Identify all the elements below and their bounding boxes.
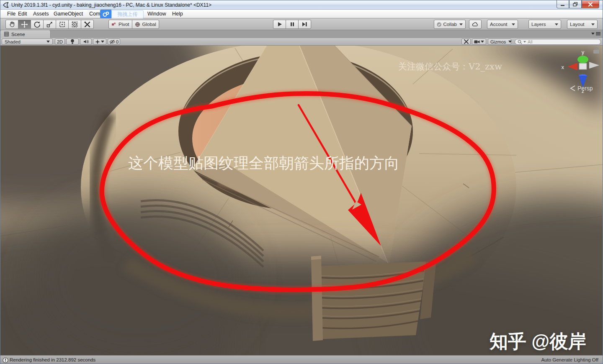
menu-edit[interactable]: Edit bbox=[18, 11, 27, 17]
menu-gameobject[interactable]: GameObject bbox=[54, 11, 83, 17]
tab-bar: Scene bbox=[0, 30, 603, 38]
netdisk-upload-overlay[interactable]: 拖拽上传 bbox=[100, 10, 144, 18]
pause-button[interactable] bbox=[286, 20, 299, 29]
netdisk-icon bbox=[100, 10, 111, 18]
scene-view-toolbar: Shaded 2D bbox=[0, 38, 603, 46]
unity-window: Unity 2019.1.3f1 - cyd.unity - baking_ji… bbox=[0, 0, 603, 364]
axis-x-label: x bbox=[562, 64, 564, 70]
2d-label: 2D bbox=[57, 39, 63, 44]
lighting-status[interactable]: Auto Generate Lighting Off bbox=[541, 357, 598, 362]
move-icon bbox=[21, 21, 28, 28]
rect-tool-button[interactable] bbox=[56, 20, 69, 29]
watermark-wechat: 关注微信公众号：V2_zxw bbox=[398, 61, 502, 72]
tab-options-button[interactable] bbox=[591, 32, 600, 36]
rotate-icon bbox=[34, 21, 41, 28]
chevron-down-icon bbox=[46, 41, 50, 43]
rotate-tool-button[interactable] bbox=[31, 20, 44, 29]
search-input[interactable] bbox=[528, 39, 595, 44]
layout-dropdown[interactable]: Layout bbox=[567, 20, 598, 29]
chevron-down-icon bbox=[508, 41, 512, 43]
global-label: Global bbox=[142, 22, 156, 27]
title-bar[interactable]: Unity 2019.1.3f1 - cyd.unity - baking_ji… bbox=[0, 0, 603, 10]
axis-y-label: y bbox=[582, 49, 585, 55]
chevron-down-icon bbox=[512, 23, 515, 26]
info-icon bbox=[3, 357, 8, 363]
pivot-label: Pivot bbox=[119, 22, 129, 27]
minimize-button[interactable] bbox=[557, 0, 569, 8]
close-button[interactable] bbox=[582, 0, 599, 8]
collab-check-icon bbox=[437, 22, 441, 27]
layers-label: Layers bbox=[531, 22, 546, 27]
scene-render: y x z Persp bbox=[0, 46, 603, 355]
pause-icon bbox=[290, 22, 295, 27]
gizmos-dropdown[interactable]: Gizmos bbox=[488, 38, 511, 45]
scale-tool-button[interactable] bbox=[43, 20, 56, 29]
scene-audio-button[interactable] bbox=[80, 38, 92, 45]
collab-dropdown[interactable]: Collab bbox=[434, 20, 466, 29]
annotation-text: 这个模型贴图纹理全部朝箭头所指的方向 bbox=[128, 153, 399, 174]
scene-lighting-button[interactable] bbox=[66, 38, 79, 45]
pivot-toggle-button[interactable]: Pivot bbox=[108, 20, 132, 29]
scene-grid-icon bbox=[4, 32, 9, 36]
restore-button[interactable] bbox=[569, 0, 582, 8]
collab-label: Collab bbox=[443, 22, 457, 27]
step-icon bbox=[302, 22, 307, 27]
close-icon bbox=[588, 2, 593, 7]
hand-icon bbox=[9, 21, 15, 28]
menu-help[interactable]: Help bbox=[172, 11, 183, 17]
scene-effects-dropdown[interactable] bbox=[93, 38, 106, 45]
shading-mode-dropdown[interactable]: Shaded bbox=[2, 38, 53, 45]
cloud-icon bbox=[472, 22, 479, 27]
scene-tab-label: Scene bbox=[11, 32, 25, 37]
layers-dropdown[interactable]: Layers bbox=[528, 20, 561, 29]
hidden-count: 0 bbox=[116, 39, 119, 44]
chevron-down-icon bbox=[523, 41, 526, 43]
layout-label: Layout bbox=[570, 22, 585, 27]
scene-tools-button[interactable] bbox=[461, 38, 471, 45]
tab-scene[interactable]: Scene bbox=[0, 30, 51, 38]
hand-tool-button[interactable] bbox=[5, 20, 18, 29]
wrench-icon bbox=[84, 21, 91, 28]
play-icon bbox=[277, 22, 282, 27]
rect-tool-icon bbox=[59, 21, 66, 28]
menu-window[interactable]: Window bbox=[147, 11, 166, 17]
scene-search-field[interactable] bbox=[515, 39, 601, 45]
watermark-zhihu: 知乎 @彼岸 bbox=[490, 329, 586, 354]
move-tool-button[interactable] bbox=[18, 20, 31, 29]
global-toggle-button[interactable]: Global bbox=[132, 20, 159, 29]
menu-file[interactable]: File bbox=[7, 11, 15, 17]
chevron-down-icon bbox=[101, 41, 104, 43]
lightbulb-icon bbox=[70, 39, 75, 44]
scene-camera-dropdown[interactable] bbox=[472, 38, 486, 45]
y-axis-cone-top bbox=[577, 56, 588, 63]
transform-tool-icon bbox=[71, 21, 78, 28]
scale-icon bbox=[46, 21, 53, 28]
hidden-objects-button[interactable]: 0 bbox=[108, 38, 120, 45]
netdisk-loop-icon bbox=[102, 11, 110, 17]
chevron-down-icon bbox=[555, 23, 558, 26]
camera-icon bbox=[474, 40, 480, 44]
projection-label[interactable]: Persp bbox=[577, 85, 593, 92]
scene-viewport[interactable]: y x z Persp 这个模型贴图纹理全部朝箭头所指的方向 关注微信公众号 bbox=[0, 46, 603, 355]
toggle-2d-button[interactable]: 2D bbox=[55, 38, 65, 45]
minimize-icon bbox=[560, 3, 565, 6]
play-button[interactable] bbox=[273, 20, 286, 29]
gizmos-label: Gizmos bbox=[490, 39, 506, 44]
account-dropdown[interactable]: Account bbox=[487, 20, 518, 29]
step-button[interactable] bbox=[298, 20, 311, 29]
netdisk-tooltip: 拖拽上传 bbox=[111, 10, 144, 18]
gizmo-center-cube[interactable] bbox=[579, 63, 587, 69]
custom-tools-button[interactable] bbox=[81, 20, 94, 29]
account-label: Account bbox=[490, 22, 508, 27]
status-bar: Rendering finished in 2312.892 seconds A… bbox=[0, 355, 603, 364]
cloud-button[interactable] bbox=[469, 20, 482, 29]
chevron-down-icon bbox=[591, 33, 595, 35]
chevron-down-icon bbox=[591, 23, 595, 26]
hamburger-icon bbox=[596, 32, 600, 36]
window-title: Unity 2019.1.3f1 - cyd.unity - baking_ji… bbox=[11, 2, 211, 8]
pivot-icon bbox=[111, 22, 116, 27]
transform-tool-button[interactable] bbox=[68, 20, 81, 29]
chevron-down-icon bbox=[459, 23, 463, 26]
status-message[interactable]: Rendering finished in 2312.892 seconds bbox=[10, 357, 95, 362]
menu-assets[interactable]: Assets bbox=[33, 11, 49, 17]
